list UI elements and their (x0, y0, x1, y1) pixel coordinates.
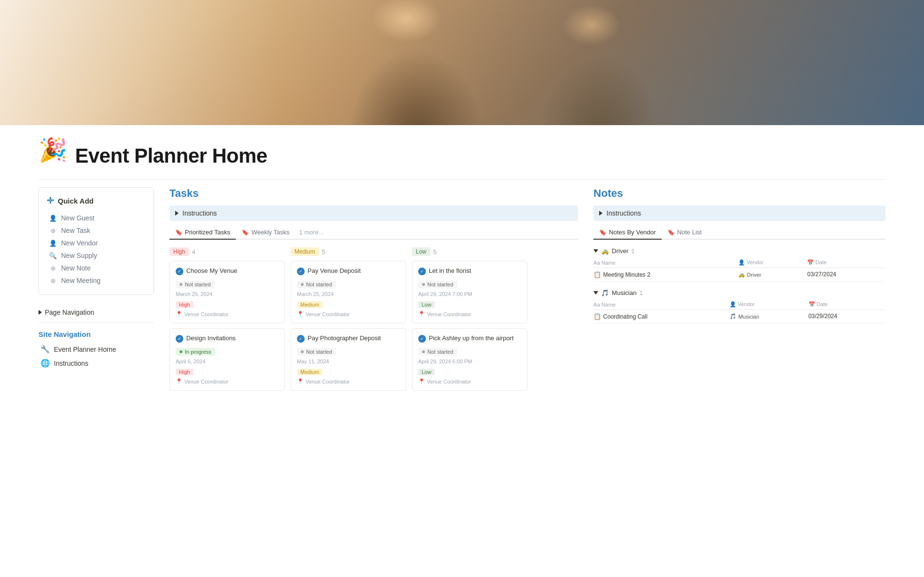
musician-vendor-icon-1: 🎵 (730, 313, 736, 320)
col-header-high: High 4 (169, 247, 285, 256)
col-count-medium: 5 (322, 248, 325, 256)
site-nav-instructions-label: Instructions (54, 359, 89, 367)
tab-notes-by-vendor[interactable]: 🔖 Notes By Vendor (593, 226, 662, 240)
tab-prioritized-tasks[interactable]: 🔖 Prioritized Tasks (169, 226, 236, 240)
hero-banner (0, 0, 924, 125)
driver-note-date-1: 03/27/2024 (807, 268, 886, 282)
main-layout: ✛ Quick Add 👤 New Guest ⊕ New Task 👤 New… (0, 187, 924, 396)
vendor-group-driver: 🚕 Driver 1 Aa Name � (593, 247, 886, 282)
task-check-pick-ashley (418, 335, 426, 343)
musician-note-row-1[interactable]: 📋 Coordinating Call 🎵 Musician (593, 310, 886, 323)
musician-col-vendor-icon: 👤 (730, 301, 736, 307)
task-status-pay-photographer: Not started (297, 348, 336, 356)
site-nav-home-label: Event Planner Home (54, 346, 116, 353)
vendor-chevron-driver (593, 249, 598, 253)
tasks-instructions-label: Instructions (182, 209, 217, 217)
quick-add-item-new-note[interactable]: ⊕ New Note (47, 262, 146, 274)
task-card-pay-venue-deposit[interactable]: Pay Venue Deposit Not started March 25, … (291, 261, 406, 323)
task-card-design-invitations[interactable]: Design Invitations In progress April 6, … (169, 328, 285, 391)
musician-col-date-header: 📅 Date (808, 299, 886, 310)
pin-icon-choose-venue: 📍 (176, 311, 182, 317)
task-card-pick-ashley[interactable]: Pick Ashley up from the airport Not star… (412, 328, 527, 391)
task-date-choose-venue: March 29, 2024 (176, 291, 279, 297)
task-card-choose-venue[interactable]: Choose My Venue Not started March 29, 20… (169, 261, 285, 323)
new-guest-label: New Guest (61, 214, 94, 222)
header-divider (38, 179, 886, 180)
task-priority-pay-venue-deposit: Medium (297, 301, 322, 308)
site-nav-item-home[interactable]: 🔧 Event Planner Home (38, 342, 154, 356)
task-date-design-invitations: April 6, 2024 (176, 359, 279, 364)
tasks-instructions-chevron (175, 211, 179, 216)
pin-icon-pay-venue-deposit: 📍 (297, 311, 304, 317)
driver-note-name-1: 📋 Meeting Minutes 2 (593, 268, 738, 282)
quick-add-item-new-task[interactable]: ⊕ New Task (47, 224, 146, 237)
task-assignee-choose-venue: 📍 Venue Coordinator (176, 311, 279, 317)
col-date-header: 📅 Date (807, 257, 886, 268)
note-icon-musician-1: 📋 (593, 313, 601, 320)
musician-note-name-1: 📋 Coordinating Call (593, 310, 730, 323)
task-priority-pick-ashley: Low (418, 369, 435, 375)
task-card-pay-photographer[interactable]: Pay Photographer Deposit Not started May… (291, 328, 406, 391)
driver-count: 1 (631, 248, 635, 255)
tab-bookmark-prioritized: 🔖 (175, 229, 182, 236)
page-icon: 🎉 (38, 139, 67, 162)
task-status-choose-venue: Not started (176, 281, 215, 288)
task-date-pick-ashley: April 29, 2024 6:00 PM (418, 359, 521, 364)
musician-note-vendor-1: 🎵 Musician (730, 310, 808, 323)
musician-col-vendor-header: 👤 Vendor (730, 299, 808, 310)
tab-bookmark-notes-vendor: 🔖 (599, 229, 606, 236)
task-priority-pay-photographer: Medium (297, 369, 322, 375)
site-nav-item-instructions[interactable]: 🌐 Instructions (38, 356, 154, 370)
task-check-let-in-florist (418, 268, 426, 275)
priority-badge-low: Low (412, 247, 430, 256)
driver-table-header: Aa Name 👤 Vendor 📅 Date (593, 257, 886, 268)
sidebar: ✛ Quick Add 👤 New Guest ⊕ New Task 👤 New… (38, 187, 154, 396)
quick-add-item-new-meeting[interactable]: ⊕ New Meeting (47, 274, 146, 287)
task-name-pay-photographer: Pay Photographer Deposit (297, 334, 400, 343)
vendor-group-musician: 🎵 Musician 1 Aa Name (593, 289, 886, 323)
quick-add-title: ✛ Quick Add (47, 195, 146, 206)
driver-icon: 🚕 (601, 247, 609, 255)
col-name-header: Aa Name (593, 257, 738, 268)
col-count-low: 5 (433, 248, 436, 256)
task-card-let-in-florist[interactable]: Let in the florist Not started April 29,… (412, 261, 527, 323)
musician-col-name-icon: Aa (593, 302, 600, 308)
driver-notes-table: Aa Name 👤 Vendor 📅 Date (593, 257, 886, 282)
tasks-instructions-bar[interactable]: Instructions (169, 205, 578, 221)
vendor-group-header-driver[interactable]: 🚕 Driver 1 (593, 247, 886, 255)
page-header: 🎉 Event Planner Home (0, 125, 924, 171)
musician-icon: 🎵 (601, 289, 609, 296)
musician-col-date-icon: 📅 (808, 301, 815, 307)
driver-note-row-1[interactable]: 📋 Meeting Minutes 2 🚕 Driver (593, 268, 886, 282)
tab-more[interactable]: 1 more... (295, 226, 327, 239)
task-assignee-let-in-florist: 📍 Venue Coordinator (418, 311, 521, 317)
quick-add-item-new-vendor[interactable]: 👤 New Vendor (47, 237, 146, 249)
notes-instructions-bar[interactable]: Instructions (593, 205, 886, 221)
task-name-let-in-florist: Let in the florist (418, 267, 521, 275)
quick-add-item-new-supply[interactable]: 🔍 New Supply (47, 249, 146, 262)
tab-weekly-tasks[interactable]: 🔖 Weekly Tasks (236, 226, 295, 240)
quick-add-item-new-guest[interactable]: 👤 New Guest (47, 212, 146, 224)
musician-note-date-1: 03/29/2024 (808, 310, 886, 323)
task-priority-choose-venue: High (176, 301, 193, 308)
status-dot-pay-venue-deposit (301, 283, 304, 286)
tab-weekly-label: Weekly Tasks (251, 229, 289, 236)
home-icon: 🔧 (40, 345, 50, 354)
notes-instructions-label: Instructions (606, 209, 641, 217)
plus-icon: ✛ (47, 195, 54, 206)
notes-panel: Notes Instructions 🔖 Notes By Vendor 🔖 N… (593, 187, 886, 396)
page-navigation-toggle[interactable]: Page Navigation (38, 307, 154, 318)
musician-count: 1 (640, 290, 643, 296)
notes-by-vendor: 🚕 Driver 1 Aa Name � (593, 247, 886, 323)
tab-note-list[interactable]: 🔖 Note List (662, 226, 707, 240)
vendor-group-header-musician[interactable]: 🎵 Musician 1 (593, 289, 886, 296)
tab-notes-vendor-label: Notes By Vendor (609, 229, 656, 236)
kanban-col-medium: Medium 5 Pay Venue Deposit Not started M… (291, 247, 406, 396)
new-meeting-label: New Meeting (61, 277, 101, 284)
new-supply-icon: 🔍 (49, 252, 57, 259)
note-icon-driver-1: 📋 (593, 271, 601, 278)
driver-vendor-icon-1: 🚕 (738, 271, 745, 278)
task-check-design-invitations (176, 335, 183, 343)
new-note-label: New Note (61, 264, 90, 272)
task-name-pick-ashley: Pick Ashley up from the airport (418, 334, 521, 343)
